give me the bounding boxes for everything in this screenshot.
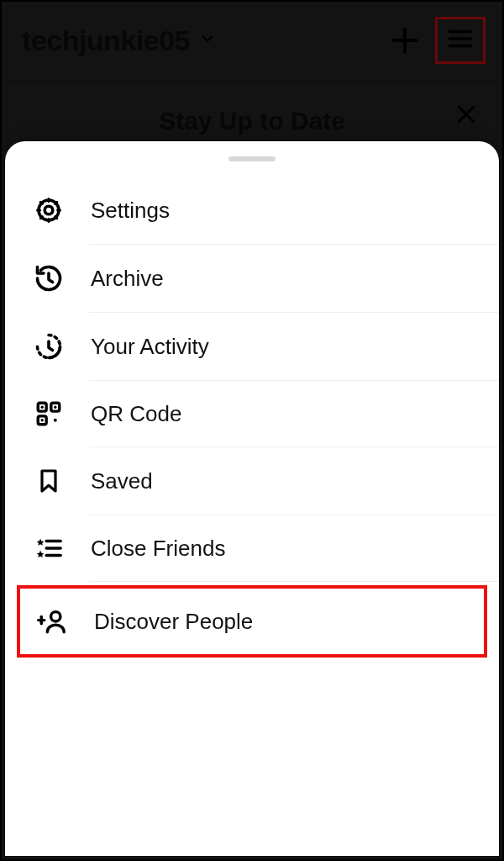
svg-point-19 [51,612,60,621]
menu-item-archive[interactable]: Archive [5,245,499,312]
menu-item-label: Saved [91,468,153,494]
menu-item-your-activity[interactable]: Your Activity [5,313,499,380]
menu-item-label: Settings [91,198,170,224]
menu-item-settings[interactable]: Settings [5,177,499,244]
menu-item-saved[interactable]: Saved [5,447,499,515]
discover-people-icon [34,607,71,636]
menu-item-qr-code[interactable]: QR Code [5,381,499,446]
divider [89,581,499,582]
gear-icon [30,195,67,225]
archive-icon [30,263,67,293]
sheet-grabber[interactable] [228,156,276,161]
menu-item-label: QR Code [91,401,181,427]
qr-code-icon [30,399,67,428]
menu-item-label: Close Friends [91,536,225,562]
highlight-discover-people: Discover People [17,585,487,658]
svg-point-15 [41,419,44,421]
menu-item-label: Your Activity [91,334,209,360]
svg-point-14 [54,406,56,409]
menu-item-label: Archive [91,266,164,292]
options-sheet: Settings Archive Your Activity QR Code [5,141,499,856]
menu-item-discover-people[interactable]: Discover People [20,589,484,654]
activity-icon [30,331,67,362]
close-friends-icon [30,534,67,563]
options-menu: Settings Archive Your Activity QR Code [5,177,499,658]
bookmark-icon [30,466,67,496]
menu-item-close-friends[interactable]: Close Friends [5,515,499,581]
menu-item-label: Discover People [94,609,253,635]
svg-point-8 [45,206,53,214]
svg-point-13 [41,406,44,409]
svg-point-12 [54,419,57,422]
